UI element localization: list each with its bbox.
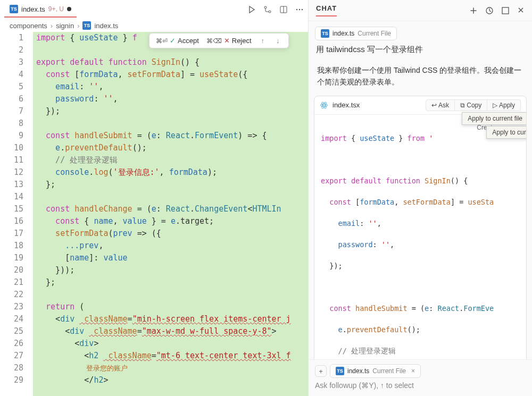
tab-filename: index.ts [21, 5, 45, 13]
chat-body[interactable]: 我来帮你创建一个使用 Tailwind CSS 的登录组件。我会创建一个简洁美观… [309, 61, 532, 359]
split-icon[interactable] [279, 5, 288, 14]
tab-actions [247, 5, 304, 14]
user-prompt: 用 tailwindcss 写一个登录组件 [309, 40, 532, 61]
svg-point-5 [299, 9, 300, 10]
typescript-icon: TS [10, 5, 18, 13]
more-icon[interactable] [295, 5, 304, 14]
expand-icon[interactable] [501, 6, 510, 15]
diff-icon[interactable] [263, 5, 272, 14]
breadcrumb-part[interactable]: components [10, 22, 47, 30]
tab-modified-indicator: 9+, U [48, 5, 64, 13]
copy-button[interactable]: ⧉ Copy [455, 99, 487, 111]
typescript-icon: TS [321, 29, 329, 38]
context-file-chip[interactable]: TS index.ts Current File [315, 27, 397, 40]
breadcrumb-part[interactable]: signin [56, 22, 74, 30]
arrow-up-icon[interactable]: ↑ [259, 37, 267, 45]
new-chat-icon[interactable] [469, 6, 478, 15]
apply-tooltip[interactable]: Apply to current file [462, 112, 527, 125]
react-icon [320, 101, 328, 109]
suggestion-code[interactable]: import { useState } from ' export defaul… [314, 115, 526, 359]
diff-action-bar: ⌘⏎ ✓ Accept ⌘⌫ ✕ Reject ↑ ↓ [149, 33, 289, 48]
run-icon[interactable] [247, 5, 256, 14]
svg-point-1 [269, 11, 271, 13]
code-lines[interactable]: import { useState } f export default fun… [33, 32, 308, 396]
apply-button[interactable]: ▷ Apply [487, 99, 521, 111]
assistant-message: 我来帮你创建一个使用 Tailwind CSS 的登录组件。我会创建一个简洁美观… [314, 61, 527, 96]
editor-pane: TS index.ts 9+, U components › signin › … [0, 0, 309, 396]
breadcrumb[interactable]: components › signin › TS index.ts [0, 19, 308, 32]
svg-point-6 [302, 9, 303, 10]
remove-chip-icon[interactable]: × [411, 367, 415, 375]
typescript-icon: TS [82, 21, 91, 30]
add-context-button[interactable]: + [315, 365, 327, 377]
svg-point-4 [296, 9, 297, 10]
unsaved-dot-icon [67, 7, 71, 11]
arrow-down-icon[interactable]: ↓ [274, 37, 282, 45]
line-gutter: 1234567891011121314151617181920212223242… [0, 32, 33, 396]
context-file-chip[interactable]: TS index.ts Current File × [330, 364, 421, 378]
chevron-right-icon: › [51, 22, 53, 30]
accept-button[interactable]: ⌘⏎ ✓ Accept [156, 37, 199, 45]
card-filename: index.tsx [332, 101, 360, 109]
editor-tabs: TS index.ts 9+, U [0, 0, 308, 19]
chat-footer: + TS index.ts Current File × Ask followu… [309, 359, 532, 396]
svg-point-0 [264, 6, 267, 9]
typescript-icon: TS [336, 367, 344, 375]
chat-pane: CHAT TS index.ts Current File 用 tailwind… [309, 0, 532, 396]
svg-point-12 [323, 105, 325, 106]
close-icon[interactable] [517, 6, 525, 15]
svg-rect-8 [502, 7, 509, 14]
reject-button[interactable]: ⌘⌫ ✕ Reject [206, 37, 252, 45]
code-editor[interactable]: 1234567891011121314151617181920212223242… [0, 32, 308, 396]
cross-icon: ✕ [224, 37, 230, 45]
check-icon: ✓ [170, 37, 176, 45]
breadcrumb-part[interactable]: index.ts [94, 22, 118, 30]
chevron-right-icon: › [77, 22, 79, 30]
history-icon[interactable] [485, 6, 494, 15]
code-suggestion-card: index.tsx ↩ Ask ⧉ Copy ▷ Apply Apply to … [314, 96, 527, 359]
apply-tooltip-hover: Apply to current file [486, 126, 527, 139]
chat-header: CHAT [309, 0, 532, 21]
followup-input[interactable]: Ask followup (⌘Y), ↑ to select [315, 381, 526, 390]
tab-index-ts[interactable]: TS index.ts 9+, U [4, 2, 77, 18]
chat-title: CHAT [316, 4, 337, 16]
ask-button[interactable]: ↩ Ask [426, 99, 455, 111]
